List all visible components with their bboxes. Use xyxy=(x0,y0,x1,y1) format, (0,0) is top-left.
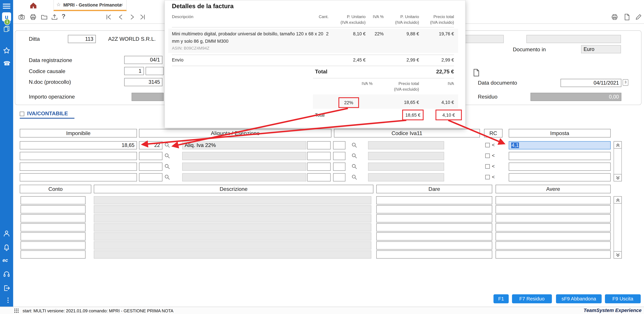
iva-row4-codice-field2[interactable] xyxy=(333,173,346,181)
iva-row4-rc-checkbox[interactable] xyxy=(485,175,490,179)
export-icon[interactable] xyxy=(51,13,58,21)
iva-row1-codice-field2[interactable] xyxy=(333,141,346,149)
iva-row2-rc-checkbox[interactable] xyxy=(485,153,490,158)
favorites-star-icon[interactable] xyxy=(3,47,10,54)
conto-row5-avere[interactable] xyxy=(496,232,611,241)
new-document-icon[interactable] xyxy=(623,13,630,21)
nav-next-icon[interactable] xyxy=(129,13,136,21)
conto-row3-conto[interactable] xyxy=(21,214,86,223)
f9-uscita-button[interactable]: F9 Uscita xyxy=(605,294,641,303)
iva-scroll-up-button[interactable] xyxy=(614,141,622,149)
bell-notifications-icon[interactable] xyxy=(3,244,10,251)
conto-row1-dare[interactable] xyxy=(376,196,492,204)
conto-row1-avere[interactable] xyxy=(496,196,611,204)
iva-row3-search-icon[interactable] xyxy=(164,163,170,170)
sf9-abbandona-button[interactable]: sF9 Abbandona xyxy=(556,294,602,303)
hamburger-menu-icon[interactable] xyxy=(3,3,10,8)
edit-pencil-icon[interactable] xyxy=(635,13,642,21)
conto-row4-avere[interactable] xyxy=(496,223,611,232)
print-document-icon[interactable] xyxy=(611,13,618,21)
tab-favorite-star-icon[interactable]: ☆ xyxy=(56,2,61,7)
ditta-code-field[interactable]: 113 xyxy=(68,35,96,43)
iva-row3-rc-checkbox[interactable] xyxy=(485,164,490,169)
camera-icon[interactable] xyxy=(18,13,25,21)
user-profile-icon[interactable] xyxy=(3,230,10,237)
iva-row2-codice-search-icon[interactable] xyxy=(351,153,358,159)
conto-row5-conto[interactable] xyxy=(21,232,86,241)
grid-apps-icon[interactable] xyxy=(14,308,19,313)
phone-contact-icon[interactable]: ☎ xyxy=(3,60,10,66)
calendar-icon[interactable]: 3 xyxy=(622,79,628,86)
iva-row1-aliquota[interactable]: 22 xyxy=(139,141,162,149)
nav-first-icon[interactable] xyxy=(105,13,112,21)
iva-row3-imposta[interactable] xyxy=(509,163,611,171)
codice-causale-field[interactable]: 1 xyxy=(124,67,144,75)
conto-row7-dare[interactable] xyxy=(376,250,492,259)
conto-row2-dare[interactable] xyxy=(376,205,492,214)
iva-row2-imponibile[interactable] xyxy=(20,152,137,160)
iva-row1-rc-checkbox[interactable] xyxy=(485,143,490,147)
ditta-extra-field-2[interactable] xyxy=(526,35,621,43)
conto-row1-conto[interactable] xyxy=(21,196,86,204)
conto-row7-conto[interactable] xyxy=(21,250,86,259)
codice-causale-desc-field[interactable] xyxy=(146,67,164,75)
documento-in-field[interactable]: Euro xyxy=(581,45,621,53)
ec-logo[interactable]: ec xyxy=(2,257,8,263)
data-registrazione-field[interactable]: 04/1 xyxy=(124,56,162,64)
nav-prev-icon[interactable] xyxy=(117,13,124,21)
conto-row3-dare[interactable] xyxy=(376,214,492,223)
document-page-icon[interactable] xyxy=(472,68,480,77)
nav-last-icon[interactable] xyxy=(139,13,146,21)
iva-contabile-checkbox[interactable] xyxy=(20,112,24,116)
iva-row1-imponibile[interactable]: 18,65 xyxy=(20,141,137,149)
iva-row4-imposta[interactable] xyxy=(509,173,611,181)
iva-row3-codice-search-icon[interactable] xyxy=(351,163,358,170)
headset-support-icon[interactable] xyxy=(3,271,10,278)
iva-row2-imposta[interactable] xyxy=(509,152,611,160)
iva-row3-imponibile[interactable] xyxy=(20,163,137,171)
iva-scroll-down-button[interactable] xyxy=(614,174,622,181)
iva-row4-aliquota[interactable] xyxy=(139,173,162,181)
iva-row1-imposta[interactable]: 4,1 xyxy=(509,141,611,149)
iva-row2-codice-field1[interactable] xyxy=(307,152,331,160)
overflow-dots-icon[interactable]: ⋮ xyxy=(5,297,11,304)
ndoc-field[interactable]: 3145 xyxy=(124,78,162,86)
help-icon[interactable]: ? xyxy=(62,13,66,20)
iva-row1-codice-search-icon[interactable] xyxy=(351,142,358,148)
iva-row1-codice-field1[interactable] xyxy=(307,141,331,149)
conto-row5-dare[interactable] xyxy=(376,232,492,241)
conto-scroll-up-button[interactable] xyxy=(614,196,622,204)
conto-row6-conto[interactable] xyxy=(21,241,86,250)
conto-row2-avere[interactable] xyxy=(496,205,611,214)
documents-copy-icon[interactable] xyxy=(3,25,10,32)
iva-contabile-tab[interactable]: IVA/CONTABILE xyxy=(27,110,68,117)
iva-row2-aliquota[interactable] xyxy=(139,152,162,160)
conto-row4-conto[interactable] xyxy=(21,223,86,232)
conto-scroll-track[interactable] xyxy=(614,196,622,259)
conto-scroll-down-button[interactable] xyxy=(614,251,622,259)
logout-icon[interactable] xyxy=(3,285,10,292)
conto-row3-avere[interactable] xyxy=(496,214,611,223)
iva-row4-search-icon[interactable] xyxy=(164,174,170,180)
f1-button[interactable]: F1 xyxy=(494,294,509,303)
conto-row6-dare[interactable] xyxy=(376,241,492,250)
iva-row4-codice-field1[interactable] xyxy=(307,173,331,181)
iva-row3-codice-field2[interactable] xyxy=(333,163,346,171)
tab-close-icon[interactable]: × xyxy=(120,2,123,8)
conto-row4-dare[interactable] xyxy=(376,223,492,232)
conto-row7-avere[interactable] xyxy=(496,250,611,259)
iva-row1-search-icon[interactable] xyxy=(164,142,170,148)
print-icon[interactable] xyxy=(30,13,37,21)
data-documento-field[interactable]: 04/11/2021 xyxy=(560,79,621,87)
conto-row6-avere[interactable] xyxy=(496,241,611,250)
iva-row4-imponibile[interactable] xyxy=(20,173,137,181)
f7-residuo-button[interactable]: F7 Residuo xyxy=(512,294,552,303)
folder-icon[interactable] xyxy=(41,13,48,21)
home-icon[interactable] xyxy=(30,2,37,9)
iva-row3-aliquota[interactable] xyxy=(139,163,162,171)
iva-row2-search-icon[interactable] xyxy=(164,153,170,159)
iva-row3-codice-field1[interactable] xyxy=(307,163,331,171)
iva-row4-codice-search-icon[interactable] xyxy=(351,174,358,180)
conto-row2-conto[interactable] xyxy=(21,205,86,214)
iva-row2-codice-field2[interactable] xyxy=(333,152,346,160)
